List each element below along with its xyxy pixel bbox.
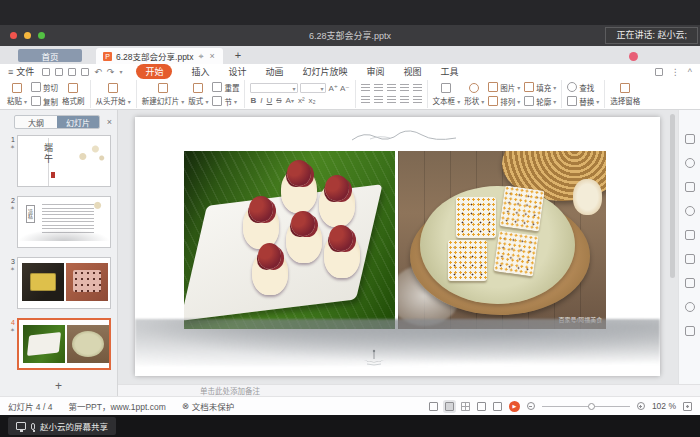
undo-icon[interactable]: ↶ bbox=[94, 68, 102, 76]
shapes-button[interactable]: 形状 ▾ bbox=[464, 83, 484, 106]
indent-increase-icon[interactable] bbox=[400, 84, 409, 93]
zoom-in-button[interactable] bbox=[637, 402, 645, 410]
line-spacing-icon[interactable] bbox=[413, 84, 422, 93]
align-right-icon[interactable] bbox=[387, 96, 396, 105]
more-icon[interactable]: ⋮ bbox=[671, 67, 680, 77]
format-painter-button[interactable]: 格式刷 bbox=[62, 83, 85, 106]
slide-thumbnail-1[interactable]: 端午 bbox=[17, 135, 111, 187]
tab-view[interactable]: 视图 bbox=[403, 65, 421, 78]
from-start-button[interactable]: 从头开始 ▾ bbox=[96, 83, 131, 106]
find-button[interactable]: 查找 bbox=[567, 82, 599, 93]
home-tab-button[interactable]: 首页 bbox=[18, 49, 82, 62]
print-icon[interactable] bbox=[68, 68, 76, 76]
star-effects-icon[interactable] bbox=[685, 254, 695, 264]
bullets-icon[interactable] bbox=[361, 84, 370, 93]
new-slide-button[interactable]: 新建幻灯片 ▾ bbox=[142, 83, 185, 106]
font-family-select[interactable]: ▾ bbox=[250, 83, 298, 93]
notes-bar[interactable]: 单击此处添加备注 bbox=[118, 384, 700, 396]
properties-icon[interactable] bbox=[685, 134, 695, 144]
preview-icon[interactable] bbox=[81, 68, 89, 76]
strikethrough-button[interactable]: S bbox=[276, 96, 281, 105]
save-icon[interactable] bbox=[55, 68, 63, 76]
text-effect-button[interactable]: A▾ bbox=[286, 96, 294, 105]
new-tab-button[interactable]: + bbox=[235, 49, 241, 61]
slide-thumbnail-4-selected[interactable] bbox=[17, 318, 111, 370]
reset-button[interactable]: 重置 bbox=[212, 82, 239, 93]
smart-align-icon[interactable] bbox=[685, 278, 695, 288]
redo-icon[interactable]: ↷ bbox=[107, 68, 115, 76]
open-icon[interactable] bbox=[42, 68, 50, 76]
member-avatar[interactable] bbox=[629, 52, 638, 61]
add-slide-button[interactable]: + bbox=[55, 379, 62, 393]
history-icon[interactable] bbox=[685, 302, 695, 312]
tab-slides[interactable]: 幻灯片 bbox=[57, 116, 99, 128]
subscript-button[interactable]: x₂ bbox=[309, 96, 316, 105]
tab-home[interactable]: 开始 bbox=[136, 64, 172, 79]
picture-button[interactable]: 图片 ▾ bbox=[488, 82, 520, 93]
bold-button[interactable]: B bbox=[250, 96, 256, 105]
grow-font-button[interactable]: A⁺ bbox=[328, 83, 338, 93]
copy-button[interactable]: 复制 bbox=[31, 96, 58, 107]
paste-button[interactable]: 粘贴 ▾ bbox=[7, 83, 27, 106]
layout-button[interactable]: 版式 ▾ bbox=[188, 83, 208, 106]
normal-view-icon[interactable] bbox=[445, 402, 454, 411]
collapse-ribbon-icon[interactable]: ^ bbox=[688, 67, 692, 77]
italic-button[interactable]: I bbox=[260, 96, 262, 105]
color-scheme-icon[interactable] bbox=[685, 206, 695, 216]
columns-icon[interactable] bbox=[413, 96, 422, 105]
image-tools-icon[interactable] bbox=[685, 326, 695, 336]
superscript-button[interactable]: x² bbox=[298, 96, 305, 105]
outline-button[interactable]: 轮廓 ▾ bbox=[524, 96, 556, 107]
pin-tab-icon[interactable]: ⌖ bbox=[197, 51, 204, 62]
tab-tools[interactable]: 工具 bbox=[441, 65, 459, 78]
cut-button[interactable]: 剪切 bbox=[31, 82, 58, 93]
tab-slideshow[interactable]: 幻灯片放映 bbox=[302, 65, 347, 78]
current-slide[interactable]: 百家号/阿福美食 bbox=[135, 117, 660, 376]
comment-view-icon[interactable] bbox=[429, 402, 438, 411]
numbering-icon[interactable] bbox=[374, 84, 383, 93]
close-panel-icon[interactable]: × bbox=[107, 117, 112, 127]
justify-icon[interactable] bbox=[400, 96, 409, 105]
slide-thumbnail-3[interactable] bbox=[17, 257, 111, 309]
zoom-slider[interactable] bbox=[542, 406, 630, 407]
vertical-scrollbar[interactable] bbox=[670, 114, 675, 278]
file-menu[interactable]: 文件 bbox=[16, 65, 34, 78]
reading-view-icon[interactable] bbox=[477, 402, 486, 411]
arrange-button[interactable]: 排列 ▾ bbox=[488, 96, 520, 107]
slide-thumbnail-2[interactable]: 凉糕 bbox=[17, 196, 111, 248]
slide-image-right[interactable]: 百家号/阿福美食 bbox=[398, 151, 607, 330]
textbox-button[interactable]: 文本框 ▾ bbox=[433, 83, 461, 106]
replace-button[interactable]: 替换 ▾ bbox=[567, 96, 599, 107]
indent-decrease-icon[interactable] bbox=[387, 84, 396, 93]
section-button[interactable]: 节 ▾ bbox=[212, 96, 239, 107]
document-tab[interactable]: P 6.28支部会分享.pptx ⌖ × bbox=[96, 48, 223, 64]
play-slideshow-button[interactable]: ▶ bbox=[509, 401, 520, 412]
close-tab-icon[interactable]: × bbox=[209, 51, 216, 61]
presenter-view-icon[interactable] bbox=[493, 402, 502, 411]
slide-image-left[interactable] bbox=[184, 151, 395, 330]
fill-panel-icon[interactable] bbox=[685, 182, 695, 192]
tab-insert[interactable]: 插入 bbox=[191, 65, 209, 78]
quick-access-dropdown-icon[interactable]: ▾ bbox=[119, 68, 122, 75]
zoom-slider-knob[interactable] bbox=[588, 403, 595, 410]
tab-design[interactable]: 设计 bbox=[228, 65, 246, 78]
hamburger-menu-icon[interactable]: ≡ bbox=[8, 67, 13, 77]
selection-pane-button[interactable]: 选择窗格 bbox=[610, 83, 640, 106]
slide-sorter-icon[interactable] bbox=[461, 402, 470, 411]
shapes-panel-icon[interactable] bbox=[685, 158, 695, 168]
font-size-select[interactable]: ▾ bbox=[300, 83, 326, 93]
align-left-icon[interactable] bbox=[361, 96, 370, 105]
share-icon[interactable] bbox=[655, 68, 663, 76]
underline-button[interactable]: U bbox=[266, 96, 272, 105]
zoom-out-button[interactable] bbox=[527, 402, 535, 410]
microphone-icon bbox=[31, 423, 35, 430]
fit-to-window-icon[interactable] bbox=[683, 402, 692, 411]
shrink-font-button[interactable]: A⁻ bbox=[340, 83, 350, 93]
animation-panel-icon[interactable] bbox=[685, 230, 695, 240]
protection-status[interactable]: ⊗ 文档未保护 bbox=[182, 400, 235, 412]
fill-button[interactable]: 填充 ▾ bbox=[524, 82, 556, 93]
tab-outline[interactable]: 大纲 bbox=[15, 116, 57, 128]
tab-animation[interactable]: 动画 bbox=[265, 65, 283, 78]
tab-review[interactable]: 审阅 bbox=[366, 65, 384, 78]
align-center-icon[interactable] bbox=[374, 96, 383, 105]
